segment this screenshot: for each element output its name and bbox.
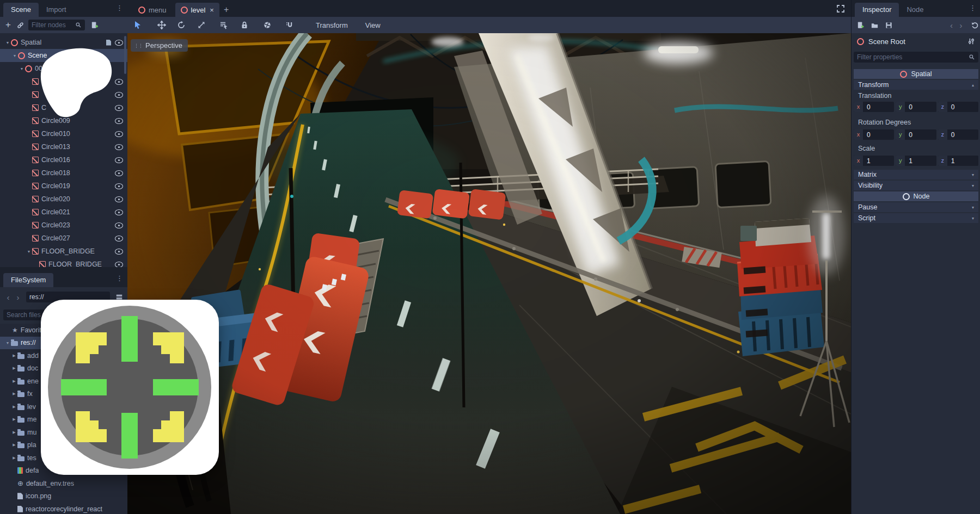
new-resource-button[interactable] [855, 19, 866, 31]
visibility-toggle[interactable] [115, 249, 123, 255]
scene-tree-scrollbar[interactable] [124, 36, 126, 74]
translation-y[interactable]: y0 [896, 102, 936, 112]
property-label: Rotation Degrees [858, 119, 911, 126]
collapse-arrow-icon[interactable]: ▼ [26, 250, 32, 253]
visibility-toggle[interactable] [115, 170, 123, 176]
tab-node[interactable]: Node [899, 3, 931, 17]
translation-z[interactable]: z0 [938, 102, 978, 112]
scene-tree-row[interactable]: Circle020 [0, 193, 127, 206]
add-node-button[interactable]: + [2, 19, 14, 31]
visibility-toggle[interactable] [115, 222, 123, 228]
collapse-arrow-icon[interactable]: ▶ [11, 379, 17, 383]
close-tab-icon[interactable]: × [210, 6, 214, 14]
tool-list-select-button[interactable] [218, 19, 230, 31]
category-transform[interactable]: Transform▴ [854, 80, 978, 90]
rotation-x[interactable]: x0 [854, 129, 894, 140]
collapse-arrow-icon[interactable]: ▶ [11, 430, 17, 435]
collapse-arrow-icon[interactable]: ▼ [4, 41, 11, 45]
scene-tree-row[interactable]: Circle027 [0, 232, 127, 245]
attach-script-button[interactable] [88, 19, 100, 31]
tool-move-button[interactable] [156, 19, 168, 31]
scene-tree-row[interactable]: Circle023 [0, 219, 127, 232]
object-history-button[interactable] [969, 19, 980, 31]
fs-back-button[interactable]: ‹ [3, 293, 13, 302]
visibility-toggle[interactable] [115, 131, 123, 137]
scale-z[interactable]: z1 [938, 156, 978, 166]
extra-resources-button[interactable] [967, 38, 975, 45]
scene-tab-level[interactable]: level × [175, 3, 219, 17]
tab-import[interactable]: Import [39, 3, 74, 17]
category-visibility[interactable]: Visibility▾ [854, 181, 978, 190]
collapse-arrow-icon[interactable]: ▶ [11, 354, 17, 358]
collapse-arrow-icon[interactable]: ▼ [19, 67, 25, 71]
scene-dock-menu-icon[interactable]: ⋮ [116, 4, 123, 12]
scene-tree-row[interactable]: ▼FLOOR_BRIDGE [0, 245, 127, 258]
rotate-icon [177, 21, 186, 29]
perspective-menu[interactable]: ⋮⋮ Perspective [131, 39, 188, 52]
scene-tab-menu[interactable]: menu [133, 3, 172, 17]
visibility-toggle[interactable] [115, 196, 123, 202]
section-node[interactable]: Node [854, 191, 978, 201]
collapse-arrow-icon[interactable]: ▶ [11, 405, 17, 409]
visibility-toggle[interactable] [115, 183, 123, 189]
collapse-arrow-icon[interactable]: ▶ [11, 392, 17, 396]
menu-view[interactable]: View [357, 21, 389, 29]
scene-tree-row[interactable]: Circle019 [0, 179, 127, 193]
scene-tree-row[interactable]: Circle018 [0, 166, 127, 179]
fs-forward-button[interactable]: › [13, 293, 23, 302]
rotation-y[interactable]: y0 [896, 129, 936, 140]
scene-tree-row[interactable]: Circle016 [0, 153, 127, 166]
godot-editor-window: Scene Import ⋮ + Filter nodes ▼Spatial▼S… [0, 0, 980, 514]
tool-lock-button[interactable] [238, 19, 250, 31]
distraction-free-button[interactable] [836, 4, 845, 13]
filesystem-row[interactable]: ⊕default_env.tres [0, 477, 127, 490]
inspector-menu-icon[interactable]: ⋮ [969, 4, 976, 12]
save-resource-button[interactable] [883, 19, 895, 31]
collapse-arrow-icon[interactable]: ▶ [11, 456, 17, 460]
tool-rotate-button[interactable] [175, 19, 187, 31]
visibility-toggle[interactable] [115, 236, 123, 241]
filter-nodes-input[interactable]: Filter nodes [28, 20, 85, 30]
folder-icon [17, 405, 24, 410]
translation-x[interactable]: x0 [854, 102, 894, 112]
tool-scale-button[interactable] [195, 19, 207, 31]
scene-tree-row[interactable]: Circle021 [0, 206, 127, 219]
visibility-toggle[interactable] [115, 209, 123, 215]
scale-x[interactable]: x1 [854, 156, 894, 166]
tool-group-button[interactable] [261, 19, 273, 31]
visibility-toggle[interactable] [115, 262, 123, 268]
collapse-arrow-icon[interactable]: ▼ [4, 341, 11, 345]
viewport-3d[interactable]: ⋮⋮ Perspective [127, 33, 851, 514]
collapse-arrow-icon[interactable]: ▶ [11, 366, 17, 370]
category-matrix[interactable]: Matrix▾ [854, 170, 978, 179]
visibility-toggle[interactable] [115, 144, 123, 150]
tab-inspector[interactable]: Inspector [855, 3, 899, 17]
tool-snap-button[interactable] [284, 19, 296, 31]
overlay-blob [35, 44, 117, 122]
collapse-arrow-icon[interactable]: ▼ [11, 54, 18, 58]
scene-tree-row[interactable]: Circle013 [0, 140, 127, 153]
rotation-z[interactable]: z0 [938, 129, 978, 140]
filesystem-menu-icon[interactable]: ⋮ [116, 274, 123, 282]
filesystem-row[interactable]: reactorcorecylinder_react [0, 503, 127, 514]
tab-filesystem[interactable]: FileSystem [3, 273, 53, 287]
category-script[interactable]: Script▾ [854, 213, 978, 223]
history-forward-button[interactable]: › [956, 21, 965, 30]
category-pause[interactable]: Pause▾ [854, 202, 978, 212]
collapse-arrow-icon[interactable]: ▶ [11, 443, 17, 447]
filesystem-row[interactable]: icon.png [0, 490, 127, 503]
scene-tree-row[interactable]: Circle010 [0, 127, 127, 140]
tab-scene[interactable]: Scene [3, 3, 39, 17]
menu-transform[interactable]: Transform [307, 21, 357, 29]
translation-fields: x0 y0 z0 [854, 102, 978, 112]
history-back-button[interactable]: ‹ [947, 21, 956, 30]
section-spatial[interactable]: Spatial [854, 69, 978, 79]
load-resource-button[interactable] [869, 19, 880, 31]
filter-properties-input[interactable]: Filter properties [854, 52, 978, 63]
tool-select-button[interactable] [132, 19, 144, 31]
instance-scene-button[interactable] [14, 19, 26, 31]
new-scene-tab-button[interactable]: + [219, 3, 233, 17]
collapse-arrow-icon[interactable]: ▶ [11, 417, 17, 422]
scale-y[interactable]: y1 [896, 156, 936, 166]
visibility-toggle[interactable] [115, 157, 123, 163]
